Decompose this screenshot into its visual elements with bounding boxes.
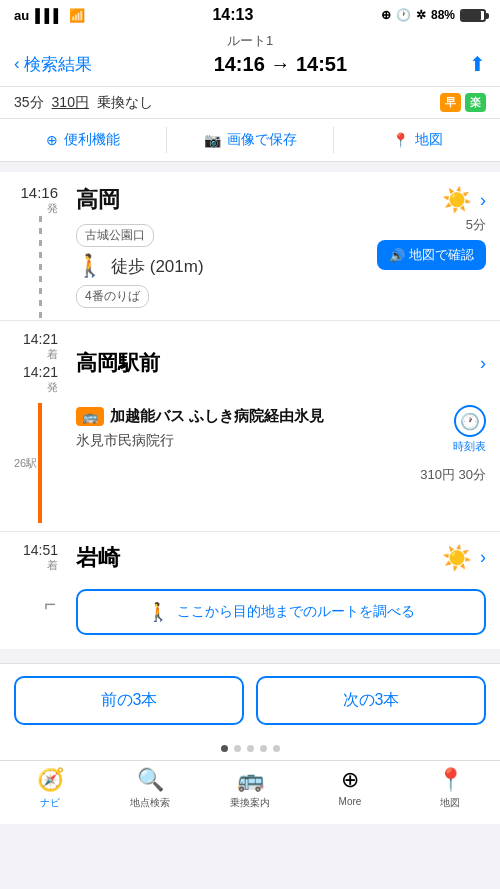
mid-arr-label: 着 — [14, 347, 58, 362]
map-pin-icon: 📍 — [392, 132, 409, 148]
search-label: 地点検索 — [130, 796, 170, 810]
walk-dest-label: ここから目的地までのルートを調べる — [177, 603, 415, 621]
arrival-row: 14:51 着 岩崎 ☀️ › — [0, 531, 500, 585]
bus-header-row: 🚌 加越能バス ふしき病院経由氷見 — [76, 407, 486, 426]
arrival-time-col: 14:51 着 — [14, 542, 66, 573]
map-tab-icon: 📍 — [437, 767, 464, 793]
clock-icon: 🕐 — [396, 8, 411, 22]
back-label: 検索結果 — [24, 53, 92, 76]
alarm-icon: ⊕ — [381, 8, 391, 22]
walk-dest-segment: ⌐ 🚶 ここから目的地までのルートを調べる — [0, 585, 500, 649]
map-tab-label: 地図 — [440, 796, 460, 810]
arrival-time: 14:51 — [14, 542, 58, 558]
map-label: 地図 — [415, 131, 443, 149]
back-chevron-icon: ‹ — [14, 54, 20, 74]
arrival-station-col: 岩崎 ☀️ › — [66, 543, 486, 573]
map-button[interactable]: 📍 地図 — [334, 127, 500, 153]
departure-station-name: 高岡 — [66, 185, 442, 215]
bus-fare-duration: 310円 30分 — [76, 466, 486, 484]
signal-icon: ▌▌▌ — [35, 8, 63, 23]
search-icon: 🔍 — [137, 767, 164, 793]
plus-icon: ⊕ — [46, 132, 58, 148]
features-label: 便利機能 — [64, 131, 120, 149]
departure-time-label: 発 — [14, 201, 58, 216]
navi-label: ナビ — [40, 796, 60, 810]
status-right: ⊕ 🕐 ✲ 88% — [381, 8, 486, 22]
stop-name-bubble: 古城公園口 — [76, 224, 154, 247]
mid-dep-time: 14:21 — [14, 364, 58, 380]
more-icon: ⊕ — [341, 767, 359, 793]
dashed-line-walk — [39, 216, 42, 320]
tab-search[interactable]: 🔍 地点検索 — [100, 767, 200, 810]
route-body: 14:16 発 高岡 ☀️ › 古城公園口 🚶 徒歩 (201m) 4番のりば … — [0, 172, 500, 649]
departure-time-col: 14:16 発 — [14, 184, 66, 216]
map-confirm-label: 地図で確認 — [409, 246, 474, 264]
walk-dest-search-button[interactable]: 🚶 ここから目的地までのルートを調べる — [76, 589, 486, 635]
departure-time: 14:16 — [14, 184, 58, 201]
tab-navi[interactable]: 🧭 ナビ — [0, 767, 100, 810]
prev-button[interactable]: 前の3本 — [14, 676, 244, 725]
mid-station-name: 高岡駅前 — [76, 349, 480, 377]
transfers-label: 乗換なし — [97, 94, 153, 112]
features-button[interactable]: ⊕ 便利機能 — [0, 127, 167, 153]
save-image-button[interactable]: 📷 画像で保存 — [167, 127, 334, 153]
map-confirm-button[interactable]: 🔊 地図で確認 — [377, 240, 486, 270]
navi-icon: 🧭 — [37, 767, 64, 793]
page-dot-4 — [260, 745, 267, 752]
platform-bubble: 4番のりば — [76, 285, 149, 308]
bluetooth-icon: ✲ — [416, 8, 426, 22]
status-time: 14:13 — [212, 6, 253, 24]
page-dots — [0, 737, 500, 760]
easy-badge: 楽 — [465, 93, 486, 112]
page-dot-5 — [273, 745, 280, 752]
bus-destination-label: 氷見市民病院行 — [76, 432, 486, 450]
camera-icon: 📷 — [204, 132, 221, 148]
tab-bar: 🧭 ナビ 🔍 地点検索 🚌 乗換案内 ⊕ More 📍 地図 — [0, 760, 500, 824]
timetable-circle-icon: 🕐 — [454, 405, 486, 437]
mid-station-arrow-icon[interactable]: › — [480, 353, 486, 374]
arrival-time-label: 着 — [14, 558, 58, 573]
weather-sun-icon-arrival: ☀️ — [442, 544, 472, 572]
walk-dest-line-col: ⌐ — [14, 589, 66, 635]
status-bar: au ▌▌▌ 📶 14:13 ⊕ 🕐 ✲ 88% — [0, 0, 500, 28]
arrival-arrow-icon[interactable]: › — [480, 547, 486, 568]
battery-label: 88% — [431, 8, 455, 22]
page-dot-1 — [221, 745, 228, 752]
tab-transit[interactable]: 🚌 乗換案内 — [200, 767, 300, 810]
walk-line-col — [14, 216, 66, 320]
wifi-icon: 📶 — [69, 8, 85, 23]
walk-dest-corner-icon: ⌐ — [44, 593, 56, 616]
timetable-button[interactable]: 🕐 時刻表 — [453, 405, 486, 454]
mid-station-name-col: 高岡駅前 › — [66, 331, 486, 395]
more-label: More — [339, 796, 362, 807]
price-link[interactable]: 310円 — [52, 94, 89, 112]
walk-right: 🔊 地図で確認 5分 — [466, 216, 486, 320]
bus-segment: 26駅 🚌 加越能バス ふしき病院経由氷見 氷見市民病院行 310円 30分 🕐… — [0, 395, 500, 531]
speaker-icon: 🔊 — [389, 248, 405, 263]
back-button[interactable]: ‹ 検索結果 — [14, 53, 92, 76]
departure-arrow-icon[interactable]: › — [480, 190, 486, 211]
arrival-station-name: 岩崎 — [76, 543, 442, 573]
bus-icon: 🚌 — [76, 407, 104, 426]
walk-segment: 古城公園口 🚶 徒歩 (201m) 4番のりば 🔊 地図で確認 5分 — [0, 216, 500, 320]
save-image-label: 画像で保存 — [227, 131, 297, 149]
walk-person-icon: 🚶 — [76, 253, 103, 279]
share-button[interactable]: ⬆ — [469, 52, 486, 76]
tab-map[interactable]: 📍 地図 — [400, 767, 500, 810]
mid-dep-label: 発 — [14, 380, 58, 395]
sub-header: 35分 310円 乗換なし 早 楽 — [0, 87, 500, 119]
mid-station-row: 14:21 着 14:21 発 高岡駅前 › — [0, 320, 500, 395]
walk-dest-person-icon: 🚶 — [147, 601, 169, 623]
departure-station-col: 高岡 ☀️ › — [66, 184, 486, 216]
timetable-label: 時刻表 — [453, 439, 486, 454]
bus-content: 🚌 加越能バス ふしき病院経由氷見 氷見市民病院行 310円 30分 — [66, 403, 486, 523]
tab-more[interactable]: ⊕ More — [300, 767, 400, 810]
page-dot-2 — [234, 745, 241, 752]
next-button[interactable]: 次の3本 — [256, 676, 486, 725]
status-left: au ▌▌▌ 📶 — [14, 8, 85, 23]
bus-duration-label: 30分 — [459, 467, 486, 482]
bus-line-col: 26駅 — [14, 403, 66, 523]
mid-station-time-col: 14:21 着 14:21 発 — [14, 331, 66, 395]
transit-label: 乗換案内 — [230, 796, 270, 810]
bottom-buttons: 前の3本 次の3本 — [0, 663, 500, 737]
